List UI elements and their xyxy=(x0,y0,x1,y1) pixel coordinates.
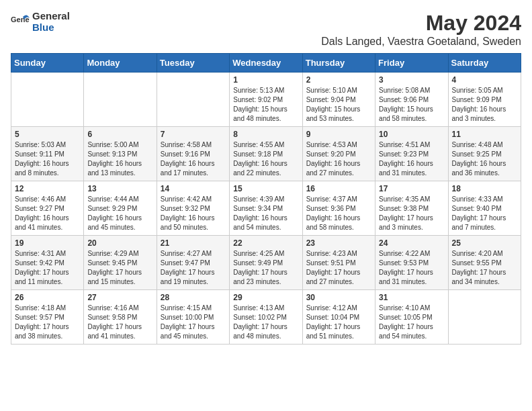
weekday-header-cell: Thursday xyxy=(302,54,375,73)
calendar-day-cell: 2Sunrise: 5:10 AMSunset: 9:04 PMDaylight… xyxy=(302,73,375,127)
day-number: 10 xyxy=(379,130,444,139)
day-number: 28 xyxy=(161,293,226,302)
calendar-day-cell: 16Sunrise: 4:37 AMSunset: 9:36 PMDayligh… xyxy=(302,181,375,236)
calendar-day-cell xyxy=(11,73,84,127)
day-info: Sunrise: 4:16 AMSunset: 9:58 PMDaylight:… xyxy=(87,304,152,341)
day-number: 3 xyxy=(379,75,444,85)
calendar-day-cell: 5Sunrise: 5:03 AMSunset: 9:11 PMDaylight… xyxy=(11,127,84,181)
calendar-day-cell: 6Sunrise: 5:00 AMSunset: 9:13 PMDaylight… xyxy=(84,127,157,181)
day-info: Sunrise: 4:44 AMSunset: 9:29 PMDaylight:… xyxy=(87,195,152,232)
calendar-week-row: 12Sunrise: 4:46 AMSunset: 9:27 PMDayligh… xyxy=(11,181,521,236)
day-info: Sunrise: 4:46 AMSunset: 9:27 PMDaylight:… xyxy=(15,195,80,232)
day-number: 6 xyxy=(87,130,152,139)
day-number: 21 xyxy=(161,238,226,248)
calendar-table: SundayMondayTuesdayWednesdayThursdayFrid… xyxy=(11,53,521,345)
day-info: Sunrise: 4:33 AMSunset: 9:40 PMDaylight:… xyxy=(452,195,517,232)
calendar-day-cell: 17Sunrise: 4:35 AMSunset: 9:38 PMDayligh… xyxy=(375,181,448,236)
calendar-day-cell: 19Sunrise: 4:31 AMSunset: 9:42 PMDayligh… xyxy=(11,236,84,290)
weekday-header-cell: Sunday xyxy=(11,54,84,73)
day-number: 9 xyxy=(306,130,371,139)
calendar-day-cell: 4Sunrise: 5:05 AMSunset: 9:09 PMDaylight… xyxy=(448,73,521,127)
calendar-day-cell: 25Sunrise: 4:20 AMSunset: 9:55 PMDayligh… xyxy=(448,236,521,290)
day-info: Sunrise: 5:10 AMSunset: 9:04 PMDaylight:… xyxy=(306,86,371,124)
day-info: Sunrise: 4:29 AMSunset: 9:45 PMDaylight:… xyxy=(87,249,152,287)
weekday-header-cell: Wednesday xyxy=(230,54,302,73)
calendar-day-cell: 1Sunrise: 5:13 AMSunset: 9:02 PMDaylight… xyxy=(230,73,302,127)
day-info: Sunrise: 4:48 AMSunset: 9:25 PMDaylight:… xyxy=(452,140,517,178)
page-header: General General Blue May 2024 Dals Lange… xyxy=(11,11,521,48)
day-info: Sunrise: 4:51 AMSunset: 9:23 PMDaylight:… xyxy=(379,140,444,178)
day-number: 22 xyxy=(233,238,298,248)
day-number: 15 xyxy=(233,184,298,193)
day-number: 2 xyxy=(306,75,371,85)
day-info: Sunrise: 4:35 AMSunset: 9:38 PMDaylight:… xyxy=(379,195,444,232)
calendar-week-row: 19Sunrise: 4:31 AMSunset: 9:42 PMDayligh… xyxy=(11,236,521,290)
day-number: 20 xyxy=(87,238,152,248)
calendar-day-cell: 30Sunrise: 4:12 AMSunset: 10:04 PMDaylig… xyxy=(302,290,375,345)
location-title: Dals Langed, Vaestra Goetaland, Sweden xyxy=(321,36,521,48)
calendar-day-cell: 12Sunrise: 4:46 AMSunset: 9:27 PMDayligh… xyxy=(11,181,84,236)
calendar-day-cell: 20Sunrise: 4:29 AMSunset: 9:45 PMDayligh… xyxy=(84,236,157,290)
day-number: 7 xyxy=(161,130,226,139)
calendar-day-cell: 27Sunrise: 4:16 AMSunset: 9:58 PMDayligh… xyxy=(84,290,157,345)
calendar-day-cell: 7Sunrise: 4:58 AMSunset: 9:16 PMDaylight… xyxy=(157,127,229,181)
day-info: Sunrise: 5:13 AMSunset: 9:02 PMDaylight:… xyxy=(233,86,298,124)
calendar-day-cell: 29Sunrise: 4:13 AMSunset: 10:02 PMDaylig… xyxy=(230,290,302,345)
calendar-day-cell: 10Sunrise: 4:51 AMSunset: 9:23 PMDayligh… xyxy=(375,127,448,181)
day-info: Sunrise: 4:15 AMSunset: 10:00 PMDaylight… xyxy=(161,304,226,341)
logo: General General Blue xyxy=(11,11,70,33)
day-info: Sunrise: 4:23 AMSunset: 9:51 PMDaylight:… xyxy=(306,249,371,287)
day-number: 8 xyxy=(233,130,298,139)
calendar-day-cell xyxy=(448,290,521,345)
day-info: Sunrise: 4:20 AMSunset: 9:55 PMDaylight:… xyxy=(452,249,517,287)
day-info: Sunrise: 4:53 AMSunset: 9:20 PMDaylight:… xyxy=(306,140,371,178)
day-info: Sunrise: 4:22 AMSunset: 9:53 PMDaylight:… xyxy=(379,249,444,287)
day-info: Sunrise: 4:31 AMSunset: 9:42 PMDaylight:… xyxy=(15,249,80,287)
day-number: 24 xyxy=(379,238,444,248)
calendar-week-row: 26Sunrise: 4:18 AMSunset: 9:57 PMDayligh… xyxy=(11,290,521,345)
day-info: Sunrise: 5:00 AMSunset: 9:13 PMDaylight:… xyxy=(87,140,152,178)
calendar-day-cell: 14Sunrise: 4:42 AMSunset: 9:32 PMDayligh… xyxy=(157,181,229,236)
logo-text-blue: Blue xyxy=(32,22,70,34)
calendar-day-cell: 13Sunrise: 4:44 AMSunset: 9:29 PMDayligh… xyxy=(84,181,157,236)
day-number: 14 xyxy=(161,184,226,193)
day-number: 25 xyxy=(452,238,517,248)
day-number: 5 xyxy=(15,130,80,139)
calendar-day-cell: 23Sunrise: 4:23 AMSunset: 9:51 PMDayligh… xyxy=(302,236,375,290)
calendar-day-cell: 21Sunrise: 4:27 AMSunset: 9:47 PMDayligh… xyxy=(157,236,229,290)
day-number: 26 xyxy=(15,293,80,302)
day-info: Sunrise: 5:03 AMSunset: 9:11 PMDaylight:… xyxy=(15,140,80,178)
day-info: Sunrise: 4:39 AMSunset: 9:34 PMDaylight:… xyxy=(233,195,298,232)
weekday-header-row: SundayMondayTuesdayWednesdayThursdayFrid… xyxy=(11,54,521,73)
calendar-day-cell xyxy=(157,73,229,127)
calendar-day-cell: 31Sunrise: 4:10 AMSunset: 10:05 PMDaylig… xyxy=(375,290,448,345)
calendar-day-cell: 11Sunrise: 4:48 AMSunset: 9:25 PMDayligh… xyxy=(448,127,521,181)
day-info: Sunrise: 4:12 AMSunset: 10:04 PMDaylight… xyxy=(306,304,371,341)
day-number: 11 xyxy=(452,130,517,139)
day-number: 23 xyxy=(306,238,371,248)
month-title: May 2024 xyxy=(321,11,521,36)
day-number: 17 xyxy=(379,184,444,193)
calendar-day-cell: 24Sunrise: 4:22 AMSunset: 9:53 PMDayligh… xyxy=(375,236,448,290)
day-number: 29 xyxy=(233,293,298,302)
day-info: Sunrise: 4:27 AMSunset: 9:47 PMDaylight:… xyxy=(161,249,226,287)
calendar-day-cell: 3Sunrise: 5:08 AMSunset: 9:06 PMDaylight… xyxy=(375,73,448,127)
day-info: Sunrise: 4:55 AMSunset: 9:18 PMDaylight:… xyxy=(233,140,298,178)
day-number: 31 xyxy=(379,293,444,302)
calendar-body: 1Sunrise: 5:13 AMSunset: 9:02 PMDaylight… xyxy=(11,73,521,345)
calendar-day-cell: 18Sunrise: 4:33 AMSunset: 9:40 PMDayligh… xyxy=(448,181,521,236)
calendar-day-cell: 28Sunrise: 4:15 AMSunset: 10:00 PMDaylig… xyxy=(157,290,229,345)
weekday-header-cell: Tuesday xyxy=(157,54,229,73)
day-info: Sunrise: 4:58 AMSunset: 9:16 PMDaylight:… xyxy=(161,140,226,178)
day-number: 16 xyxy=(306,184,371,193)
weekday-header-cell: Saturday xyxy=(448,54,521,73)
day-number: 12 xyxy=(15,184,80,193)
calendar-week-row: 5Sunrise: 5:03 AMSunset: 9:11 PMDaylight… xyxy=(11,127,521,181)
day-info: Sunrise: 4:10 AMSunset: 10:05 PMDaylight… xyxy=(379,304,444,341)
calendar-week-row: 1Sunrise: 5:13 AMSunset: 9:02 PMDaylight… xyxy=(11,73,521,127)
day-info: Sunrise: 5:08 AMSunset: 9:06 PMDaylight:… xyxy=(379,86,444,124)
logo-icon: General xyxy=(11,13,30,32)
calendar-day-cell: 9Sunrise: 4:53 AMSunset: 9:20 PMDaylight… xyxy=(302,127,375,181)
weekday-header-cell: Monday xyxy=(84,54,157,73)
logo-text-general: General xyxy=(32,11,70,22)
